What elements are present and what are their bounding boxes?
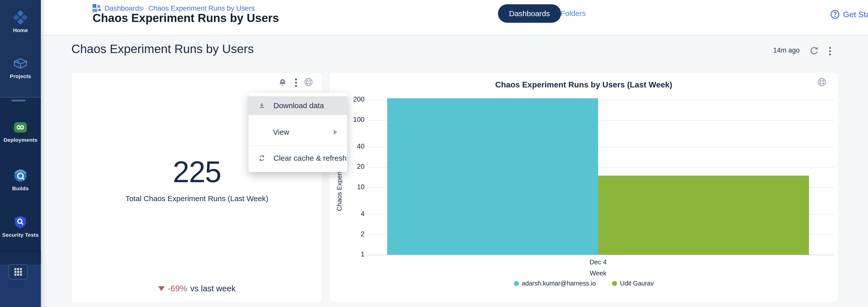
download-icon: [258, 102, 266, 109]
x-axis-category-label: Dec 4: [590, 258, 607, 266]
cycle-icon: [258, 155, 266, 162]
sidebar-item-projects[interactable]: Projects: [0, 56, 41, 79]
module-grid-button[interactable]: [8, 264, 28, 279]
tile-delta-row: -69% vs last week: [71, 284, 322, 294]
chart-card: Chaos Experiment Runs by Users (Last Wee…: [330, 73, 838, 302]
question-circle-icon: [830, 9, 840, 20]
legend-label: adarsh.kumar@harness.io: [522, 280, 596, 287]
grid-icon: [14, 268, 22, 276]
tile-caption: Total Chaos Experiment Runs (Last Week): [71, 194, 322, 203]
dashboard-options-button[interactable]: [824, 46, 835, 57]
sidebar-item-label: Deployments: [0, 137, 41, 143]
legend-label: Udit Gaurav: [620, 280, 654, 287]
delta-suffix: vs last week: [190, 284, 236, 294]
projects-icon: [12, 56, 29, 72]
sidebar-item-label: Builds: [0, 186, 41, 192]
sidebar-item-security-tests[interactable]: Security Tests: [0, 215, 41, 238]
chart-bar-series-0[interactable]: [387, 98, 598, 255]
menu-item-download-data[interactable]: Download data: [248, 96, 347, 115]
tile-explore-button[interactable]: [303, 77, 314, 88]
x-axis-title: Week: [590, 269, 607, 277]
chart-explore-button[interactable]: [816, 77, 827, 88]
content-edge-shadow: [41, 0, 46, 307]
last-refreshed-timestamp: 14m ago: [773, 47, 800, 54]
deployments-icon: [12, 120, 28, 135]
legend-item[interactable]: Udit Gaurav: [612, 280, 654, 287]
sidebar-drag-handle[interactable]: [11, 100, 26, 102]
tab-label: Dashboards: [509, 9, 550, 18]
home-icon: [13, 10, 28, 26]
kebab-icon: [295, 79, 297, 87]
kebab-icon: [829, 47, 831, 55]
y-axis-tick-label: 4: [337, 210, 365, 218]
y-axis-tick-label: 1: [337, 250, 365, 258]
breadcrumb-separator: ›: [244, 3, 246, 12]
tab-folders[interactable]: Folders: [560, 9, 586, 18]
submenu-arrow-icon: [334, 130, 337, 135]
builds-icon: [13, 168, 28, 184]
menu-item-label: View: [273, 128, 289, 136]
sidebar-item-home[interactable]: Home: [0, 10, 41, 33]
sidebar-item-label: Security Tests: [0, 232, 41, 238]
y-axis-tick-label: 2: [337, 230, 365, 238]
tab-dashboards[interactable]: Dashboards: [498, 4, 561, 23]
alert-button[interactable]: [277, 77, 288, 88]
sidebar-divider: [0, 97, 41, 97]
menu-item-view[interactable]: View: [248, 119, 347, 145]
top-bar: Dashboards › Chaos Experiment Runs by Us…: [41, 0, 868, 35]
menu-item-clear-cache-refresh[interactable]: Clear cache & refresh: [248, 145, 347, 171]
globe-icon: [304, 77, 314, 87]
menu-item-label: Clear cache & refresh: [274, 154, 347, 163]
sidebar-item-label: Projects: [0, 73, 41, 79]
tile-options-button[interactable]: [290, 77, 302, 88]
breadcrumb-separator: ›: [142, 3, 144, 12]
sidebar-collapse-band[interactable]: [0, 251, 41, 265]
sidebar-item-deployments[interactable]: Deployments: [0, 120, 41, 143]
sidebar-item-builds[interactable]: Builds: [0, 168, 41, 192]
sidebar-item-label: Home: [0, 27, 41, 33]
page-title: Chaos Experiment Runs by Users: [93, 11, 279, 25]
chart-plot-area: 200100402010421: [330, 73, 838, 302]
chart-gridline: [367, 255, 834, 255]
down-triangle-icon: [158, 286, 165, 291]
get-started-link[interactable]: Get Started: [830, 9, 868, 20]
sidebar: Home Projects Deployments Builds Securit…: [0, 0, 41, 307]
legend-dot: [612, 281, 617, 286]
menu-item-label: Download data: [274, 101, 324, 110]
tile-context-menu: Download data View Clear cache & refresh: [248, 93, 347, 172]
legend-item[interactable]: adarsh.kumar@harness.io: [514, 280, 596, 287]
delta-value: -69%: [168, 284, 187, 294]
chart-bar-series-1[interactable]: [598, 176, 809, 255]
get-started-label: Get Started: [843, 10, 868, 19]
chart-legend: adarsh.kumar@harness.ioUdit Gaurav: [330, 280, 838, 287]
security-tests-icon: [13, 215, 28, 230]
legend-dot: [514, 281, 519, 286]
dashboard-title: Chaos Experiment Runs by Users: [71, 42, 254, 56]
refresh-button[interactable]: [808, 46, 819, 57]
bell-plus-icon: [278, 78, 287, 87]
globe-icon: [817, 77, 827, 87]
refresh-icon: [809, 46, 819, 56]
